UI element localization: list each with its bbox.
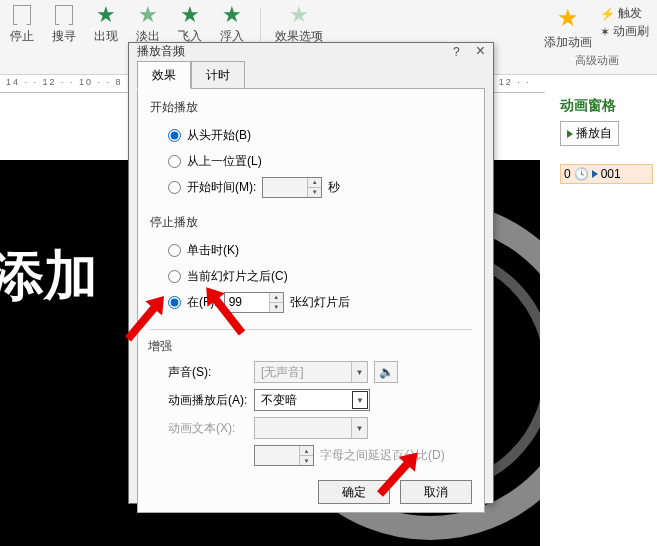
ribbon-anim-brush[interactable]: ✶动画刷 — [600, 23, 649, 40]
ribbon-label: 添加动画 — [544, 34, 592, 51]
dialog-titlebar: 播放音频 ? × — [129, 43, 493, 60]
item-index: 0 — [564, 167, 571, 181]
delay-input — [255, 446, 299, 465]
ribbon-trigger[interactable]: ⚡触发 — [600, 5, 649, 22]
brush-icon: ✶ — [600, 25, 610, 39]
star-icon: ★ — [176, 4, 204, 26]
label-after-anim: 动画播放后(A): — [168, 392, 248, 409]
separator — [150, 329, 472, 330]
after-anim-combo[interactable]: 不变暗 ▼ — [254, 389, 370, 411]
ribbon-stop[interactable]: 停止 — [8, 4, 36, 74]
ribbon-label: 停止 — [10, 28, 34, 45]
sound-preview-button[interactable]: 🔈 — [374, 361, 398, 383]
bookmark-icon — [8, 4, 36, 26]
play-from-button[interactable]: 播放自 — [560, 121, 619, 146]
play-icon — [592, 170, 598, 178]
ribbon-group-label: 高级动画 — [544, 53, 649, 68]
radio-from-last[interactable] — [168, 155, 181, 168]
radio-from-begin[interactable] — [168, 129, 181, 142]
ribbon-label: 搜寻 — [52, 28, 76, 45]
group-legend: 开始播放 — [150, 99, 198, 116]
chevron-down-icon: ▼ — [351, 418, 367, 438]
animation-item[interactable]: 0 🕓 001 — [560, 164, 653, 184]
star-add-icon: ★ — [557, 4, 579, 32]
spin-up-icon: ▲ — [300, 446, 313, 456]
delay-spinner: ▲▼ — [254, 445, 314, 466]
tab-panel-effect: 开始播放 从头开始(B) 从上一位置(L) 开始时间(M): ▲▼ 秒 停止播放 — [137, 88, 485, 513]
label-start-time: 开始时间(M): — [187, 179, 256, 196]
sound-combo[interactable]: [无声音] ▼ — [254, 361, 368, 383]
animation-pane: 动画窗格 播放自 0 🕓 001 — [555, 93, 657, 546]
chevron-down-icon[interactable]: ▼ — [351, 362, 367, 382]
item-name: 001 — [601, 167, 621, 181]
spin-down-icon[interactable]: ▼ — [270, 303, 283, 312]
label-anim-text: 动画文本(X): — [168, 420, 248, 437]
start-time-input[interactable] — [263, 178, 307, 197]
spin-down-icon: ▼ — [300, 456, 313, 465]
tab-effect[interactable]: 效果 — [137, 61, 191, 89]
radio-after-current[interactable] — [168, 270, 181, 283]
animation-pane-title: 动画窗格 — [560, 97, 653, 115]
after-n-spinner[interactable]: ▲▼ — [224, 292, 284, 313]
tab-timing[interactable]: 计时 — [191, 61, 245, 89]
ribbon-appear[interactable]: ★ 出现 — [92, 4, 120, 74]
group-legend: 停止播放 — [150, 214, 198, 231]
close-button[interactable]: × — [476, 45, 485, 59]
label-from-last: 从上一位置(L) — [187, 153, 262, 170]
bookmark-icon — [50, 4, 78, 26]
dialog-title: 播放音频 — [137, 43, 185, 60]
spin-up-icon[interactable]: ▲ — [308, 178, 321, 188]
start-time-spinner[interactable]: ▲▼ — [262, 177, 322, 198]
radio-on-click[interactable] — [168, 244, 181, 257]
slide-title-text: 添加 — [0, 240, 98, 313]
ribbon-seek[interactable]: 搜寻 — [50, 4, 78, 74]
label-on-click: 单击时(K) — [187, 242, 239, 259]
label-from-begin: 从头开始(B) — [187, 127, 251, 144]
label-sound: 声音(S): — [168, 364, 248, 381]
play-icon — [567, 130, 573, 138]
group-stop-play: 停止播放 单击时(K) 当前幻灯片之后(C) 在(F): ▲▼ 张幻灯片后 — [150, 214, 472, 317]
help-button[interactable]: ? — [453, 45, 460, 59]
star-icon: ★ — [218, 4, 246, 26]
radio-start-time[interactable] — [168, 181, 181, 194]
star-icon: ★ — [285, 4, 313, 26]
label-after-n-suffix: 张幻灯片后 — [290, 294, 350, 311]
clock-icon: 🕓 — [574, 167, 589, 181]
ribbon-label: 出现 — [94, 28, 118, 45]
ribbon-advanced-group: ★ 添加动画 ⚡触发 ✶动画刷 高级动画 — [536, 0, 657, 74]
spin-down-icon[interactable]: ▼ — [308, 188, 321, 197]
play-audio-dialog: 播放音频 ? × 效果 计时 开始播放 从头开始(B) 从上一位置(L) 开始时… — [128, 42, 494, 504]
group-enhance-legend: 增强 — [148, 338, 472, 355]
ribbon-add-animation[interactable]: ★ 添加动画 — [544, 4, 592, 51]
lightning-icon: ⚡ — [600, 7, 615, 21]
chevron-down-icon[interactable]: ▼ — [352, 391, 368, 409]
star-icon: ★ — [92, 4, 120, 26]
label-after-current: 当前幻灯片之后(C) — [187, 268, 288, 285]
cancel-button[interactable]: 取消 — [400, 480, 472, 504]
dialog-tabs: 效果 计时 — [137, 60, 485, 88]
after-n-input[interactable] — [225, 293, 269, 312]
label-delay-suffix: 字母之间延迟百分比(D) — [320, 447, 445, 464]
star-icon: ★ — [134, 4, 162, 26]
spin-up-icon[interactable]: ▲ — [270, 293, 283, 303]
group-start-play: 开始播放 从头开始(B) 从上一位置(L) 开始时间(M): ▲▼ 秒 — [150, 99, 472, 202]
label-seconds: 秒 — [328, 179, 340, 196]
anim-text-combo: ▼ — [254, 417, 368, 439]
